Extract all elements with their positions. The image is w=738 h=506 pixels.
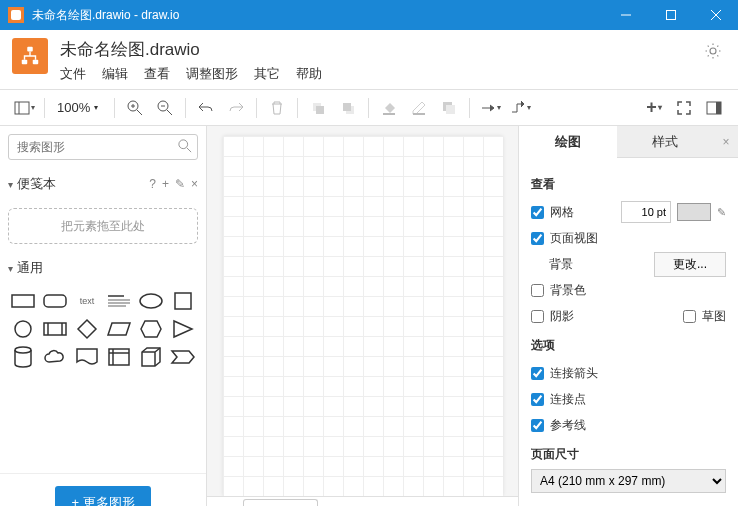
- shape-cylinder[interactable]: [8, 344, 38, 370]
- search-input[interactable]: [8, 134, 198, 160]
- svg-rect-24: [446, 105, 455, 114]
- shapes-palette: text: [0, 284, 206, 374]
- page[interactable]: [223, 136, 503, 496]
- shape-process[interactable]: [40, 316, 70, 342]
- shape-step[interactable]: [168, 344, 198, 370]
- sketch-checkbox[interactable]: [683, 310, 696, 323]
- to-front-button[interactable]: [304, 94, 332, 122]
- more-shapes-button[interactable]: + 更多图形: [55, 486, 150, 506]
- shape-rounded-rectangle[interactable]: [40, 288, 70, 314]
- scratchpad-dropzone[interactable]: 把元素拖至此处: [8, 208, 198, 244]
- chevron-down-icon: ▾: [8, 263, 13, 274]
- svg-rect-20: [343, 103, 351, 111]
- shape-cube[interactable]: [136, 344, 166, 370]
- edit-icon[interactable]: ✎: [717, 206, 726, 219]
- shape-hexagon[interactable]: [136, 316, 166, 342]
- grid-checkbox[interactable]: [531, 206, 544, 219]
- fullscreen-button[interactable]: [670, 94, 698, 122]
- view-group-label: 查看: [531, 176, 726, 193]
- shape-heading[interactable]: [104, 288, 134, 314]
- shape-rectangle[interactable]: [8, 288, 38, 314]
- tab-style[interactable]: 样式: [617, 126, 715, 158]
- svg-rect-18: [316, 106, 324, 114]
- add-page-button[interactable]: +: [326, 500, 354, 507]
- toolbar: ▾ 100%▾ ▾ ▾ +▾: [0, 90, 738, 126]
- menu-extras[interactable]: 其它: [254, 65, 280, 83]
- to-back-button[interactable]: [334, 94, 362, 122]
- svg-rect-5: [22, 60, 28, 65]
- page-size-label: 页面尺寸: [531, 446, 726, 463]
- titlebar: 未命名绘图.drawio - draw.io: [0, 0, 738, 30]
- grid-color-swatch[interactable]: [677, 203, 711, 221]
- app-logo: [12, 38, 48, 74]
- maximize-button[interactable]: [648, 0, 693, 30]
- undo-button[interactable]: [192, 94, 220, 122]
- scratchpad-section[interactable]: ▾ 便笺本 ? + ✎ ×: [8, 172, 198, 196]
- svg-rect-21: [383, 113, 395, 115]
- tab-diagram[interactable]: 绘图: [519, 126, 617, 158]
- document-title[interactable]: 未命名绘图.drawio: [60, 38, 700, 61]
- theme-toggle-button[interactable]: [700, 38, 726, 67]
- menu-arrange[interactable]: 调整图形: [186, 65, 238, 83]
- svg-point-38: [15, 321, 31, 337]
- close-panel-button[interactable]: ×: [714, 126, 738, 158]
- close-icon[interactable]: ×: [191, 177, 198, 191]
- shape-parallelogram[interactable]: [104, 316, 134, 342]
- edit-icon[interactable]: ✎: [175, 177, 185, 191]
- svg-rect-37: [175, 293, 191, 309]
- grid-size-input[interactable]: [621, 201, 671, 223]
- shape-diamond[interactable]: [72, 316, 102, 342]
- menu-edit[interactable]: 编辑: [102, 65, 128, 83]
- waypoint-button[interactable]: ▾: [506, 94, 534, 122]
- line-color-button[interactable]: [405, 94, 433, 122]
- connection-button[interactable]: ▾: [476, 94, 504, 122]
- menu-file[interactable]: 文件: [60, 65, 86, 83]
- general-section[interactable]: ▾ 通用: [8, 256, 198, 280]
- shape-triangle[interactable]: [168, 316, 198, 342]
- app-icon: [8, 7, 24, 23]
- background-color-checkbox[interactable]: [531, 284, 544, 297]
- page-tab-1[interactable]: 第 1 页 ▾: [243, 499, 318, 507]
- svg-rect-4: [27, 47, 33, 52]
- shape-cloud[interactable]: [40, 344, 70, 370]
- canvas-area: ⋮ 第 1 页 ▾ +: [207, 126, 518, 506]
- zoom-out-button[interactable]: [151, 94, 179, 122]
- shape-square[interactable]: [168, 288, 198, 314]
- shape-internal-storage[interactable]: [104, 344, 134, 370]
- menu-help[interactable]: 帮助: [296, 65, 322, 83]
- zoom-in-button[interactable]: [121, 94, 149, 122]
- minimize-button[interactable]: [603, 0, 648, 30]
- add-icon[interactable]: +: [162, 177, 169, 191]
- conn-points-checkbox[interactable]: [531, 393, 544, 406]
- canvas[interactable]: [207, 126, 518, 496]
- svg-line-15: [167, 110, 172, 115]
- shape-document[interactable]: [72, 344, 102, 370]
- format-panel-button[interactable]: [700, 94, 728, 122]
- zoom-dropdown[interactable]: 100%▾: [51, 94, 108, 122]
- page-size-select[interactable]: A4 (210 mm x 297 mm): [531, 469, 726, 493]
- svg-point-28: [179, 140, 188, 149]
- search-icon[interactable]: [178, 139, 192, 156]
- guides-checkbox[interactable]: [531, 419, 544, 432]
- conn-arrows-checkbox[interactable]: [531, 367, 544, 380]
- shape-text[interactable]: text: [72, 288, 102, 314]
- close-button[interactable]: [693, 0, 738, 30]
- window-title: 未命名绘图.drawio - draw.io: [32, 7, 603, 24]
- fill-color-button[interactable]: [375, 94, 403, 122]
- shape-circle[interactable]: [8, 316, 38, 342]
- help-icon[interactable]: ?: [149, 177, 156, 191]
- change-background-button[interactable]: 更改...: [654, 252, 726, 277]
- view-toggle-button[interactable]: ▾: [10, 94, 38, 122]
- delete-button[interactable]: [263, 94, 291, 122]
- shadow-button[interactable]: [435, 94, 463, 122]
- header: 未命名绘图.drawio 文件 编辑 查看 调整图形 其它 帮助: [0, 30, 738, 90]
- menu-view[interactable]: 查看: [144, 65, 170, 83]
- options-group-label: 选项: [531, 337, 726, 354]
- shape-ellipse[interactable]: [136, 288, 166, 314]
- right-panel: 绘图 样式 × 查看 网格 ✎ 页面视图 背景 更改...: [518, 126, 738, 506]
- svg-rect-1: [666, 11, 675, 20]
- page-view-checkbox[interactable]: [531, 232, 544, 245]
- insert-button[interactable]: +▾: [640, 94, 668, 122]
- shadow-checkbox[interactable]: [531, 310, 544, 323]
- redo-button[interactable]: [222, 94, 250, 122]
